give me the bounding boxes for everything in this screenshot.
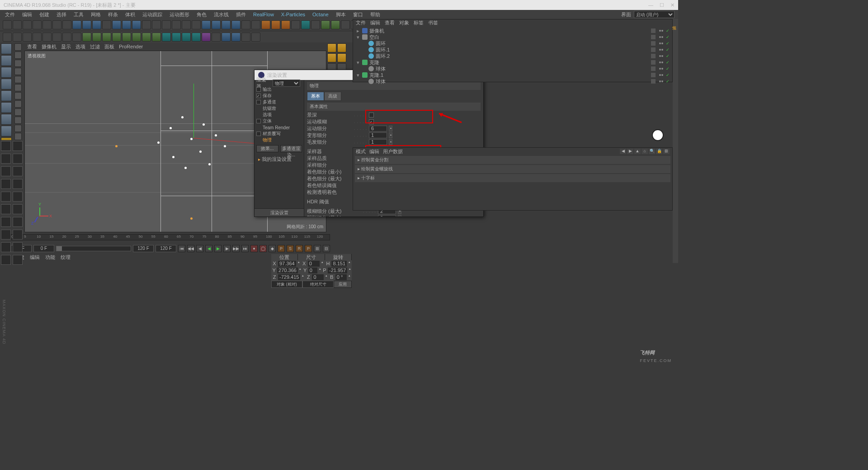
frame-end2[interactable]: 120 F [156, 245, 176, 252]
matmgr-menu-功能[interactable]: 功能 [45, 254, 55, 262]
objbar-btn-23[interactable] [231, 33, 241, 42]
prop-value-变形细分[interactable]: 1 [369, 132, 387, 138]
matmgr-menu-纹理[interactable]: 纹理 [61, 254, 71, 262]
material-slot-17[interactable] [13, 242, 23, 252]
objbar-btn-17[interactable] [172, 33, 181, 42]
coord-Z-rot[interactable]: 0 ° [335, 274, 347, 281]
window-minimize[interactable]: — [648, 2, 653, 8]
tab-advanced[interactable]: 高级 [324, 92, 341, 101]
objbar-btn-5[interactable] [52, 33, 61, 42]
right-dock-btn-0-0[interactable] [327, 43, 336, 52]
left-dock2-btn-7[interactable] [14, 100, 22, 108]
left-dock-btn-7[interactable] [1, 126, 12, 136]
objmgr-menu-标签[interactable]: 标签 [414, 19, 424, 27]
window-maximize[interactable]: ☐ [660, 2, 664, 8]
objbar-btn-12[interactable] [122, 33, 131, 42]
toolbar-btn-6[interactable] [62, 20, 71, 29]
object-row-圆环.2[interactable]: 圆环.2✓ [356, 53, 670, 59]
key-button[interactable]: ◆ [269, 245, 276, 252]
material-slot-10[interactable] [1, 204, 11, 214]
objbar-btn-21[interactable] [212, 33, 221, 42]
material-slot-12[interactable] [1, 217, 11, 227]
coord-X-size[interactable]: 0 cm [307, 260, 321, 267]
toolbar-btn-11[interactable] [112, 20, 121, 29]
attr-nav-1[interactable]: ▶ [627, 149, 633, 154]
material-slot-4[interactable] [1, 166, 11, 176]
objbar-btn-6[interactable] [62, 33, 71, 42]
material-slot-6[interactable] [1, 179, 11, 189]
object-row-克隆.1[interactable]: ▾克隆.1✓ [356, 72, 670, 78]
toolbar-btn-0[interactable] [3, 20, 12, 29]
toolbar-btn-10[interactable] [102, 20, 111, 29]
menu-插件[interactable]: 插件 [233, 10, 249, 19]
menu-编辑[interactable]: 编辑 [19, 10, 35, 19]
toolbar-btn-27[interactable] [271, 20, 280, 29]
toolbar-btn-21[interactable] [212, 20, 221, 29]
coord-X-rot[interactable]: 8.151 ° [331, 260, 347, 267]
left-dock2-btn-9[interactable] [14, 117, 22, 124]
objmgr-menu-文件[interactable]: 文件 [356, 19, 366, 27]
toolbar-btn-1[interactable] [13, 20, 22, 29]
render-item-check-输出[interactable] [256, 87, 261, 92]
render-item-check-保存[interactable] [256, 94, 261, 98]
attr-section-绘制黄金螺旋线[interactable]: ▸ 绘制黄金螺旋线 [355, 165, 670, 173]
objbar-btn-15[interactable] [152, 33, 161, 42]
toolbar-btn-29[interactable] [291, 20, 300, 29]
toolbar-btn-13[interactable] [132, 20, 141, 29]
left-dock-btn-0[interactable] [1, 43, 12, 54]
toolbar-btn-7[interactable] [72, 20, 81, 29]
next-frame-button[interactable]: ▶ [223, 245, 231, 252]
toolbar-btn-5[interactable] [52, 20, 61, 29]
menu-运动跟踪[interactable]: 运动跟踪 [139, 10, 165, 19]
toolbar-btn-34[interactable] [341, 20, 350, 29]
material-slot-16[interactable] [1, 242, 11, 252]
left-dock-btn-5[interactable] [1, 102, 12, 113]
vp-menu-查看[interactable]: 查看 [27, 43, 37, 50]
objbar-btn-11[interactable] [112, 33, 121, 42]
objbar-btn-25[interactable] [251, 33, 260, 42]
opt2-button[interactable]: ⊟ [323, 245, 330, 252]
time-slider[interactable] [56, 246, 131, 251]
render-item-立体[interactable]: 立体 [263, 118, 272, 124]
attr-menu-模式[interactable]: 模式 [356, 148, 366, 155]
coord-X-pos[interactable]: 97.364 cm [278, 260, 297, 267]
render-item-Team Render[interactable]: Team Render [263, 125, 290, 130]
render-item-保存[interactable]: 保存 [263, 93, 272, 99]
toolbar-btn-14[interactable] [142, 20, 151, 29]
render-item-多通道[interactable]: 多通道 [263, 99, 276, 105]
attr-menu-编辑[interactable]: 编辑 [369, 148, 379, 155]
toolbar-btn-31[interactable] [311, 20, 320, 29]
toolbar-btn-26[interactable] [261, 20, 270, 29]
objmgr-menu-书签[interactable]: 书签 [428, 19, 438, 27]
render-item-输出[interactable]: 输出 [263, 86, 272, 93]
render-item-check-材质覆写[interactable] [256, 132, 261, 136]
object-row-圆环[interactable]: 圆环✓ [356, 40, 670, 47]
material-slot-15[interactable] [13, 230, 23, 240]
material-slot-9[interactable] [13, 192, 23, 202]
objbar-btn-14[interactable] [142, 33, 151, 42]
left-dock2-btn-10[interactable] [14, 125, 22, 132]
vp-menu-ProRender[interactable]: ProRender [119, 44, 143, 49]
render-item-check-多通道[interactable] [256, 100, 261, 104]
r-button[interactable]: R [296, 245, 303, 252]
window-close[interactable]: ✕ [670, 2, 675, 8]
vp-menu-摄像机[interactable]: 摄像机 [42, 43, 57, 50]
object-row-摄像机[interactable]: ▸摄像机✓ [356, 28, 670, 34]
coord-mode-2[interactable]: 绝对尺寸 [302, 281, 334, 288]
menu-X-Particles[interactable]: X-Particles [278, 11, 308, 18]
menu-脚本[interactable]: 脚本 [333, 10, 349, 19]
render-item-选项[interactable]: 选项 [263, 112, 272, 118]
menu-体积[interactable]: 体积 [122, 10, 138, 19]
material-slot-1[interactable] [13, 141, 23, 151]
left-dock-btn-6[interactable] [1, 114, 12, 125]
coord-mode-1[interactable]: 对象 (相对) [271, 281, 302, 288]
left-dock2-btn-4[interactable] [14, 76, 22, 83]
vp-menu-面板[interactable]: 面板 [104, 43, 114, 50]
toolbar-btn-32[interactable] [321, 20, 330, 29]
toolbar-btn-28[interactable] [281, 20, 290, 29]
toolbar-btn-9[interactable] [92, 20, 101, 29]
prop-value-运动细分[interactable]: 6 [369, 126, 387, 132]
material-slot-8[interactable] [1, 192, 11, 202]
render-item-check-立体[interactable] [256, 119, 261, 123]
attr-nav-6[interactable]: ⊞ [663, 149, 670, 154]
